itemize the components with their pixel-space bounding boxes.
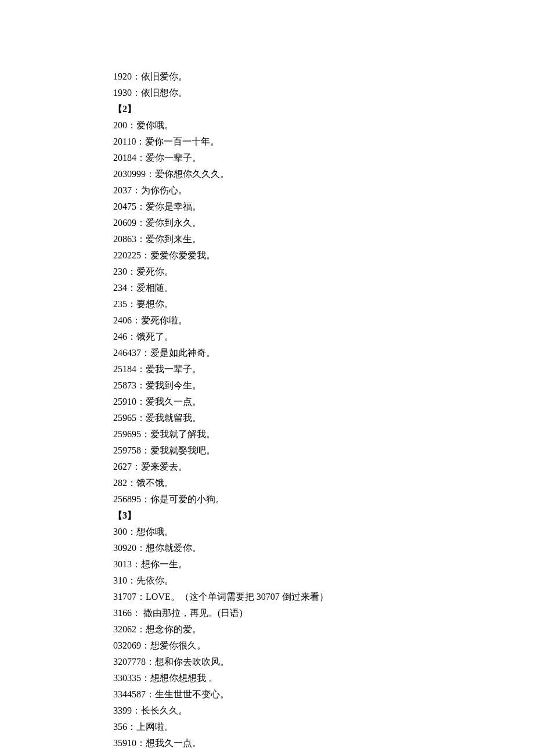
text-line: 20475：爱你是幸福。 bbox=[113, 199, 534, 215]
text-line: 3399：长长久久。 bbox=[113, 703, 534, 719]
text-line: 25184：爱我一辈子。 bbox=[113, 361, 534, 377]
text-line: 3207778：想和你去吹吹风。 bbox=[113, 654, 534, 670]
text-line: 330335：想想你想想我 。 bbox=[113, 670, 534, 686]
text-line: 2406：爱死你啦。 bbox=[113, 312, 534, 329]
text-line: 25965：爱我就留我。 bbox=[113, 410, 534, 426]
document-page: 1920：依旧爱你。1930：依旧想你。【2】200：爱你哦。20110：爱你一… bbox=[0, 0, 534, 756]
text-line: 200：爱你哦。 bbox=[113, 117, 534, 134]
text-line: 35910：想我久一点。 bbox=[113, 735, 534, 751]
text-line: 20184：爱你一辈子。 bbox=[113, 150, 534, 166]
text-line: 234：爱相随。 bbox=[113, 280, 534, 296]
text-line: 1920：依旧爱你。 bbox=[113, 69, 534, 85]
text-line: 20863：爱你到来生。 bbox=[113, 231, 534, 247]
section-header: 【3】 bbox=[113, 507, 534, 524]
text-line: 32062：想念你的爱。 bbox=[113, 621, 534, 638]
text-line: 032069：想爱你很久。 bbox=[113, 638, 534, 654]
text-line: 235：要想你。 bbox=[113, 296, 534, 312]
text-line: 300：想你哦。 bbox=[113, 524, 534, 540]
text-line: 20609：爱你到永久。 bbox=[113, 215, 534, 231]
text-line: 2037：为你伤心。 bbox=[113, 182, 534, 199]
text-line: 220225：爱爱你爱爱我。 bbox=[113, 247, 534, 264]
text-line: 256895：你是可爱的小狗。 bbox=[113, 491, 534, 507]
text-line: 246：饿死了。 bbox=[113, 329, 534, 345]
text-line: 20110：爱你一百一十年。 bbox=[113, 134, 534, 150]
text-line: 3013：想你一生。 bbox=[113, 556, 534, 573]
text-line: 230：爱死你。 bbox=[113, 264, 534, 280]
text-line: 1930：依旧想你。 bbox=[113, 85, 534, 101]
text-line: 246437：爱是如此神奇。 bbox=[113, 345, 534, 361]
text-line: 31707：LOVE。（这个单词需要把 30707 倒过来看） bbox=[113, 589, 534, 605]
text-line: 25910：爱我久一点。 bbox=[113, 394, 534, 410]
text-line: 259758：爱我就娶我吧。 bbox=[113, 442, 534, 459]
text-line: 310：先依你。 bbox=[113, 573, 534, 589]
text-line: 2030999：爱你想你久久久。 bbox=[113, 166, 534, 182]
text-line: 30920：想你就爱你。 bbox=[113, 540, 534, 556]
text-line: 3344587：生生世世不变心。 bbox=[113, 686, 534, 703]
text-line: 25873：爱我到今生。 bbox=[113, 377, 534, 394]
text-line: 2627：爱来爱去。 bbox=[113, 459, 534, 475]
text-line: 282：饿不饿。 bbox=[113, 475, 534, 491]
text-line: 3166： 撒由那拉，再见。(日语) bbox=[113, 605, 534, 621]
section-header: 【2】 bbox=[113, 101, 534, 117]
text-line: 356：上网啦。 bbox=[113, 719, 534, 735]
text-line: 259695：爱我就了解我。 bbox=[113, 426, 534, 442]
